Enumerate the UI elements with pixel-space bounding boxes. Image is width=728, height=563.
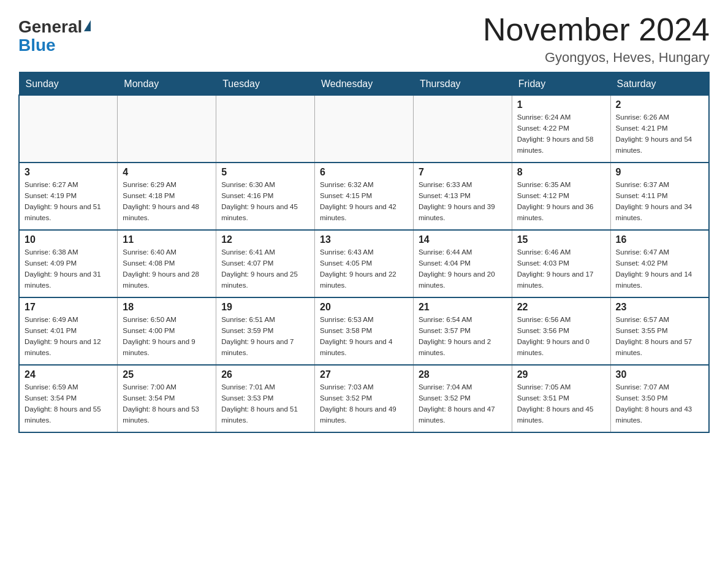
calendar-week-row: 10Sunrise: 6:38 AM Sunset: 4:09 PM Dayli… [19,230,709,297]
calendar-cell: 6Sunrise: 6:32 AM Sunset: 4:15 PM Daylig… [315,163,414,230]
page-header: General Blue November 2024 Gyongyos, Hev… [18,12,710,66]
day-info: Sunrise: 6:32 AM Sunset: 4:15 PM Dayligh… [320,180,408,223]
calendar-cell: 2Sunrise: 6:26 AM Sunset: 4:21 PM Daylig… [610,95,709,163]
header-wednesday: Wednesday [315,72,414,96]
day-number: 6 [320,167,408,178]
calendar-week-row: 3Sunrise: 6:27 AM Sunset: 4:19 PM Daylig… [19,163,709,230]
day-number: 1 [517,99,605,110]
calendar-title: November 2024 [483,12,710,47]
day-info: Sunrise: 7:01 AM Sunset: 3:53 PM Dayligh… [221,382,309,426]
day-number: 14 [419,234,507,245]
header-friday: Friday [512,72,610,96]
day-number: 5 [221,167,309,178]
calendar-cell: 16Sunrise: 6:47 AM Sunset: 4:02 PM Dayli… [610,230,709,297]
calendar-week-row: 24Sunrise: 6:59 AM Sunset: 3:54 PM Dayli… [19,365,709,432]
day-number: 7 [419,167,507,178]
day-number: 27 [320,369,408,380]
day-info: Sunrise: 6:37 AM Sunset: 4:11 PM Dayligh… [616,180,703,223]
day-info: Sunrise: 6:49 AM Sunset: 4:01 PM Dayligh… [25,315,112,358]
day-number: 8 [517,167,605,178]
calendar-cell: 7Sunrise: 6:33 AM Sunset: 4:13 PM Daylig… [413,163,512,230]
day-number: 12 [221,234,309,245]
logo-blue-text: Blue [18,36,56,55]
day-number: 15 [517,234,605,245]
day-info: Sunrise: 6:41 AM Sunset: 4:07 PM Dayligh… [221,247,309,291]
calendar-week-row: 1Sunrise: 6:24 AM Sunset: 4:22 PM Daylig… [19,95,709,163]
day-info: Sunrise: 6:30 AM Sunset: 4:16 PM Dayligh… [221,180,309,223]
calendar-cell: 22Sunrise: 6:56 AM Sunset: 3:56 PM Dayli… [512,297,610,365]
logo: General Blue [18,12,91,55]
header-thursday: Thursday [413,72,512,96]
header-sunday: Sunday [19,72,118,96]
calendar-week-row: 17Sunrise: 6:49 AM Sunset: 4:01 PM Dayli… [19,297,709,365]
calendar-cell: 24Sunrise: 6:59 AM Sunset: 3:54 PM Dayli… [19,365,118,432]
day-info: Sunrise: 6:26 AM Sunset: 4:21 PM Dayligh… [616,112,703,156]
calendar-title-block: November 2024 Gyongyos, Heves, Hungary [483,12,710,66]
day-number: 11 [123,234,211,245]
day-info: Sunrise: 7:04 AM Sunset: 3:52 PM Dayligh… [419,382,507,426]
calendar-cell: 18Sunrise: 6:50 AM Sunset: 4:00 PM Dayli… [118,297,216,365]
day-number: 21 [419,302,507,313]
day-info: Sunrise: 6:50 AM Sunset: 4:00 PM Dayligh… [123,315,211,358]
calendar-cell: 9Sunrise: 6:37 AM Sunset: 4:11 PM Daylig… [610,163,709,230]
calendar-cell: 19Sunrise: 6:51 AM Sunset: 3:59 PM Dayli… [216,297,315,365]
calendar-cell: 17Sunrise: 6:49 AM Sunset: 4:01 PM Dayli… [19,297,118,365]
calendar-cell [216,95,315,163]
day-info: Sunrise: 6:44 AM Sunset: 4:04 PM Dayligh… [419,247,507,291]
day-info: Sunrise: 6:51 AM Sunset: 3:59 PM Dayligh… [221,315,309,358]
logo-general-text: General [18,18,91,36]
header-saturday: Saturday [610,72,709,96]
calendar-cell: 12Sunrise: 6:41 AM Sunset: 4:07 PM Dayli… [216,230,315,297]
calendar-cell: 25Sunrise: 7:00 AM Sunset: 3:54 PM Dayli… [118,365,216,432]
day-number: 26 [221,369,309,380]
day-number: 18 [123,302,211,313]
day-number: 20 [320,302,408,313]
day-info: Sunrise: 7:00 AM Sunset: 3:54 PM Dayligh… [123,382,211,426]
day-number: 30 [616,369,703,380]
day-info: Sunrise: 6:40 AM Sunset: 4:08 PM Dayligh… [123,247,211,291]
calendar-cell: 29Sunrise: 7:05 AM Sunset: 3:51 PM Dayli… [512,365,610,432]
day-number: 4 [123,167,211,178]
day-info: Sunrise: 6:56 AM Sunset: 3:56 PM Dayligh… [517,315,605,358]
calendar-cell: 1Sunrise: 6:24 AM Sunset: 4:22 PM Daylig… [512,95,610,163]
calendar-cell: 3Sunrise: 6:27 AM Sunset: 4:19 PM Daylig… [19,163,118,230]
day-info: Sunrise: 7:03 AM Sunset: 3:52 PM Dayligh… [320,382,408,426]
day-info: Sunrise: 6:33 AM Sunset: 4:13 PM Dayligh… [419,180,507,223]
day-info: Sunrise: 6:43 AM Sunset: 4:05 PM Dayligh… [320,247,408,291]
day-info: Sunrise: 6:46 AM Sunset: 4:03 PM Dayligh… [517,247,605,291]
calendar-cell: 23Sunrise: 6:57 AM Sunset: 3:55 PM Dayli… [610,297,709,365]
calendar-cell: 26Sunrise: 7:01 AM Sunset: 3:53 PM Dayli… [216,365,315,432]
day-info: Sunrise: 6:38 AM Sunset: 4:09 PM Dayligh… [25,247,112,291]
day-info: Sunrise: 6:47 AM Sunset: 4:02 PM Dayligh… [616,247,703,291]
day-number: 13 [320,234,408,245]
calendar-cell: 20Sunrise: 6:53 AM Sunset: 3:58 PM Dayli… [315,297,414,365]
day-info: Sunrise: 6:27 AM Sunset: 4:19 PM Dayligh… [25,180,112,223]
header-tuesday: Tuesday [216,72,315,96]
day-number: 10 [25,234,112,245]
day-info: Sunrise: 6:53 AM Sunset: 3:58 PM Dayligh… [320,315,408,358]
day-info: Sunrise: 6:59 AM Sunset: 3:54 PM Dayligh… [25,382,112,426]
day-info: Sunrise: 7:05 AM Sunset: 3:51 PM Dayligh… [517,382,605,426]
calendar-cell [19,95,118,163]
day-number: 22 [517,302,605,313]
day-info: Sunrise: 6:54 AM Sunset: 3:57 PM Dayligh… [419,315,507,358]
day-info: Sunrise: 6:24 AM Sunset: 4:22 PM Dayligh… [517,112,605,156]
calendar-cell [118,95,216,163]
calendar-cell: 28Sunrise: 7:04 AM Sunset: 3:52 PM Dayli… [413,365,512,432]
calendar-cell: 27Sunrise: 7:03 AM Sunset: 3:52 PM Dayli… [315,365,414,432]
calendar-cell: 4Sunrise: 6:29 AM Sunset: 4:18 PM Daylig… [118,163,216,230]
calendar-cell: 13Sunrise: 6:43 AM Sunset: 4:05 PM Dayli… [315,230,414,297]
day-number: 2 [616,99,703,110]
calendar-subtitle: Gyongyos, Heves, Hungary [483,50,710,66]
logo-blue-row: Blue [18,36,56,55]
calendar-cell: 8Sunrise: 6:35 AM Sunset: 4:12 PM Daylig… [512,163,610,230]
day-number: 24 [25,369,112,380]
calendar-table: SundayMondayTuesdayWednesdayThursdayFrid… [18,72,710,433]
calendar-cell: 11Sunrise: 6:40 AM Sunset: 4:08 PM Dayli… [118,230,216,297]
calendar-header-row: SundayMondayTuesdayWednesdayThursdayFrid… [19,72,709,96]
day-number: 29 [517,369,605,380]
calendar-cell: 5Sunrise: 6:30 AM Sunset: 4:16 PM Daylig… [216,163,315,230]
header-monday: Monday [118,72,216,96]
calendar-cell: 10Sunrise: 6:38 AM Sunset: 4:09 PM Dayli… [19,230,118,297]
day-info: Sunrise: 6:29 AM Sunset: 4:18 PM Dayligh… [123,180,211,223]
